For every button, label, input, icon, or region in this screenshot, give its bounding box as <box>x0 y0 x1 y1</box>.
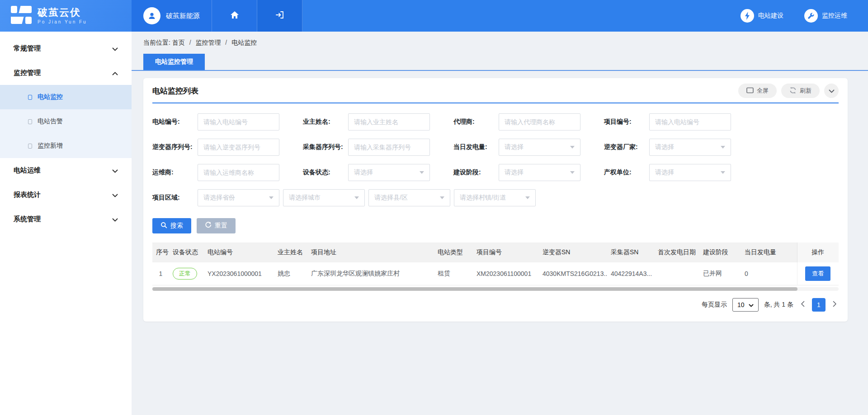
header-spacer <box>302 0 741 32</box>
brand-subtitle: Po Jian Yun Fu <box>38 19 87 24</box>
owner-name-input[interactable] <box>348 113 430 131</box>
agent-input[interactable] <box>499 113 580 131</box>
daily-gen-select[interactable]: 请选择 <box>499 139 580 156</box>
device-status-select[interactable]: 请选择 <box>348 164 430 181</box>
cell-stage: 已并网 <box>699 262 741 285</box>
avatar <box>143 7 160 24</box>
cell-first-gen-date <box>654 262 699 285</box>
select-placeholder: 请选择 <box>505 143 524 151</box>
nav-station-build[interactable]: 电站建设 <box>741 0 783 32</box>
chevron-down-icon <box>570 171 575 174</box>
inverter-maker-select[interactable]: 请选择 <box>649 139 731 156</box>
per-page-select[interactable]: 10 <box>732 298 759 312</box>
owner-name-label: 业主姓名: <box>303 118 348 126</box>
panel-title: 电站监控列表 <box>152 86 198 96</box>
refresh-button[interactable]: 刷新 <box>781 84 820 98</box>
select-placeholder: 请选择 <box>505 168 524 177</box>
cell-collector-sn: 40422914A3... <box>607 262 654 285</box>
breadcrumb-separator: / <box>225 39 227 46</box>
top-header: 破茧云伏 Po Jian Yun Fu 破茧新能源 <box>0 0 868 32</box>
town-select[interactable]: 请选择村镇/街道 <box>454 189 536 206</box>
filter-project-no: 项目编号: <box>604 113 755 131</box>
next-page-button[interactable] <box>831 300 839 309</box>
om-vendor-input[interactable] <box>198 164 279 181</box>
chevron-down-icon <box>354 196 359 199</box>
user-menu[interactable]: 破茧新能源 <box>132 0 212 32</box>
col-inverter-sn: 逆变器SN <box>539 242 607 262</box>
collapse-panel-button[interactable] <box>824 84 839 98</box>
breadcrumb: 当前位置: 首页 / 监控管理 / 电站监控 <box>143 39 868 47</box>
fullscreen-icon <box>746 87 754 95</box>
prev-page-button[interactable] <box>799 300 807 309</box>
sidebar-item-report-stats[interactable]: 报表统计 <box>0 182 132 207</box>
project-no-label: 项目编号: <box>604 118 649 126</box>
station-table-area: 序号 设备状态 电站编号 业主姓名 项目地址 电站类型 项目编号 逆变器SN 采… <box>143 233 848 322</box>
app: 破茧云伏 Po Jian Yun Fu 破茧新能源 <box>0 0 868 415</box>
breadcrumb-monitor-mgmt[interactable]: 监控管理 <box>195 39 221 46</box>
panel-header-buttons: 全屏 刷新 <box>738 84 839 98</box>
search-button[interactable]: 搜索 <box>152 218 191 233</box>
tab-station-monitor-mgmt[interactable]: 电站监控管理 <box>143 54 205 70</box>
owner-unit-select[interactable]: 请选择 <box>649 164 731 181</box>
agent-label: 代理商: <box>453 118 499 126</box>
filter-build-stage: 建设阶段: 请选择 <box>453 164 604 181</box>
inverter-maker-label: 逆变器厂家: <box>604 143 649 151</box>
breadcrumb-separator: / <box>189 39 191 46</box>
tab-bar: 电站监控管理 <box>132 54 868 71</box>
horizontal-scrollbar[interactable] <box>152 287 839 291</box>
reset-button[interactable]: 重置 <box>197 218 236 233</box>
filter-region: 项目区域: 请选择省份 请选择城市 请选择县/区 <box>152 189 539 206</box>
station-no-input[interactable] <box>198 113 279 131</box>
chevron-up-icon <box>112 69 118 77</box>
breadcrumb-home[interactable]: 首页 <box>172 39 185 46</box>
sidebar-item-system-mgmt[interactable]: 系统管理 <box>0 207 132 231</box>
province-select[interactable]: 请选择省份 <box>198 189 279 206</box>
user-icon <box>147 11 156 20</box>
breadcrumb-prefix: 当前位置: <box>143 39 170 46</box>
reset-icon <box>205 222 212 230</box>
page-1-button[interactable]: 1 <box>812 298 826 312</box>
county-select[interactable]: 请选择县/区 <box>368 189 450 206</box>
brand-logo[interactable]: 破茧云伏 Po Jian Yun Fu <box>0 0 132 32</box>
collector-sn-input[interactable] <box>348 139 430 156</box>
chevron-down-icon <box>829 88 835 94</box>
col-address: 项目地址 <box>307 242 434 262</box>
filter-station-no: 电站编号: <box>152 113 303 131</box>
scrollbar-thumb[interactable] <box>152 287 797 291</box>
panel-header: 电站监控列表 全屏 <box>143 78 848 103</box>
select-placeholder: 请选择城市 <box>289 194 321 202</box>
sidebar-item-monitor-mgmt[interactable]: 监控管理 <box>0 61 132 85</box>
chevron-left-icon <box>801 301 805 308</box>
daily-gen-label: 当日发电量: <box>453 143 499 151</box>
sidebar-subitem-station-monitor[interactable]: 电站监控 <box>0 85 132 109</box>
sidebar-item-station-ops[interactable]: 电站运维 <box>0 158 132 182</box>
sidebar-item-label: 常规管理 <box>14 44 41 53</box>
sidebar-item-general-mgmt[interactable]: 常规管理 <box>0 36 132 61</box>
nav-monitor-ops[interactable]: 监控运维 <box>804 0 847 32</box>
chevron-down-icon <box>721 171 725 174</box>
sidebar-subitem-label: 电站告警 <box>38 117 63 126</box>
city-select[interactable]: 请选择城市 <box>283 189 365 206</box>
home-button[interactable] <box>212 0 257 32</box>
select-placeholder: 请选择 <box>655 143 674 151</box>
sidebar-subitem-station-alarm[interactable]: 电站告警 <box>0 109 132 134</box>
filter-collector-sn: 采集器序列号: <box>303 139 453 156</box>
build-stage-select[interactable]: 请选择 <box>499 164 580 181</box>
chevron-down-icon <box>112 215 118 223</box>
filter-row: 项目区域: 请选择省份 请选择城市 请选择县/区 <box>152 189 839 206</box>
chevron-down-icon <box>112 45 118 52</box>
wrench-icon <box>804 9 818 23</box>
view-button[interactable]: 查看 <box>805 266 830 281</box>
sidebar-subitem-monitor-add[interactable]: 监控新增 <box>0 134 132 158</box>
filter-row: 电站编号: 业主姓名: 代理商: 项目编号: <box>152 113 839 131</box>
reset-label: 重置 <box>215 222 227 230</box>
fullscreen-button[interactable]: 全屏 <box>738 84 777 98</box>
project-no-input[interactable] <box>649 113 731 131</box>
filter-agent: 代理商: <box>453 113 604 131</box>
col-type: 电站类型 <box>434 242 473 262</box>
logout-button[interactable] <box>257 0 302 32</box>
inverter-sn-input[interactable] <box>198 139 279 156</box>
select-placeholder: 请选择村镇/街道 <box>460 194 506 202</box>
chevron-down-icon <box>112 167 118 174</box>
chevron-down-icon <box>112 191 118 199</box>
